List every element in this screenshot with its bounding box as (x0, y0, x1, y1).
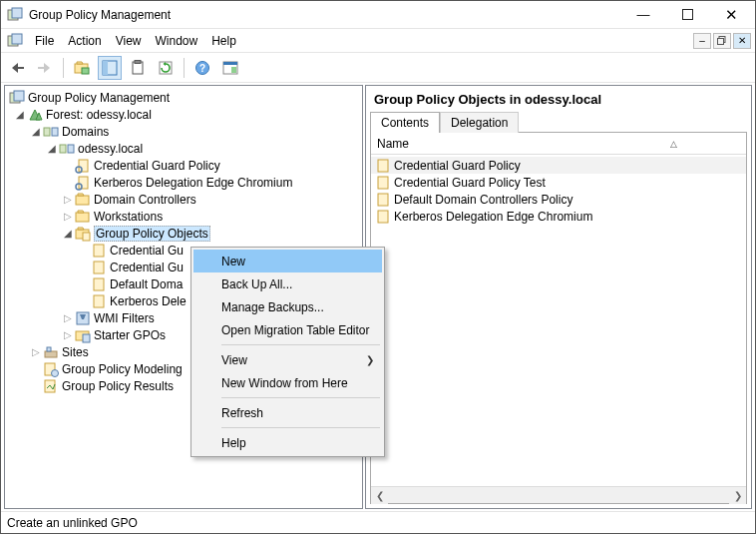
app-icon (7, 7, 23, 23)
mdi-close-button[interactable]: ✕ (733, 33, 751, 49)
nav-forward-button[interactable] (33, 56, 57, 80)
gpo-container-icon (75, 226, 91, 242)
menu-view[interactable]: View (116, 34, 142, 48)
svg-rect-22 (231, 67, 236, 73)
tree-domain[interactable]: ◢ odessy.local (9, 140, 362, 157)
menu-action[interactable]: Action (68, 34, 101, 48)
tree-domains[interactable]: ◢ Domains (9, 123, 362, 140)
svg-rect-44 (94, 278, 104, 290)
twisty-open-icon[interactable]: ◢ (29, 126, 43, 137)
svg-rect-7 (18, 67, 24, 69)
twisty-open-icon[interactable]: ◢ (45, 143, 59, 154)
svg-rect-28 (52, 128, 58, 136)
tree-gpo-container[interactable]: ◢ Group Policy Objects (9, 225, 362, 242)
tool-showhide-tree-button[interactable] (98, 56, 122, 80)
twisty-closed-icon[interactable]: ▷ (61, 211, 75, 222)
tree-label: Kerberos Dele (110, 294, 187, 308)
twisty-open-icon[interactable]: ◢ (61, 228, 75, 239)
tree-label: Starter GPOs (94, 328, 166, 342)
tool-open-button[interactable] (70, 56, 94, 80)
domains-icon (43, 124, 59, 140)
ctx-backup-all[interactable]: Back Up All... (193, 272, 382, 295)
gpo-icon (375, 192, 391, 208)
tree-label: Credential Gu (110, 244, 184, 258)
tree-label: Kerberos Delegation Edge Chromium (94, 176, 292, 190)
twisty-closed-icon[interactable]: ▷ (61, 194, 75, 205)
svg-marker-36 (78, 194, 84, 196)
mdi-minimize-button[interactable]: – (693, 33, 711, 49)
tree-ou-dc[interactable]: ▷ Domain Controllers (9, 191, 362, 208)
svg-rect-43 (94, 262, 104, 273)
svg-rect-1 (12, 8, 22, 18)
detail-pane: Group Policy Objects in odessy.local Con… (365, 85, 752, 509)
gpo-icon (375, 175, 391, 191)
list-item[interactable]: Default Domain Controllers Policy (371, 191, 746, 208)
svg-rect-29 (60, 145, 66, 153)
tree-ou-workstations[interactable]: ▷ Workstations (9, 208, 362, 225)
maximize-button[interactable] (665, 1, 709, 29)
svg-rect-11 (82, 68, 89, 74)
tool-help-button[interactable]: ? (190, 56, 214, 80)
tree-label: odessy.local (78, 142, 143, 156)
ctx-new-window[interactable]: New Window from Here (193, 371, 382, 394)
svg-rect-2 (682, 10, 692, 20)
list-header[interactable]: Name △ (371, 133, 746, 155)
mdi-restore-button[interactable] (713, 33, 731, 49)
scroll-left-button[interactable]: ❮ (371, 487, 388, 504)
horizontal-scrollbar[interactable]: ❮ ❯ (371, 486, 746, 503)
window-title: Group Policy Management (29, 8, 621, 22)
tree-label: Group Policy Objects (94, 226, 210, 242)
list-item[interactable]: Credential Guard Policy (371, 157, 746, 174)
forest-icon (27, 107, 43, 123)
list-item[interactable]: Credential Guard Policy Test (371, 174, 746, 191)
tool-refresh-button[interactable] (154, 56, 178, 80)
tree-forest[interactable]: ◢ Forest: odessy.local (9, 106, 362, 123)
svg-rect-54 (45, 380, 55, 392)
tree-label: Forest: odessy.local (46, 108, 152, 122)
scroll-right-button[interactable]: ❯ (729, 487, 746, 504)
minimize-button[interactable]: — (621, 1, 665, 29)
list-item-label: Credential Guard Policy (394, 159, 521, 173)
tab-contents[interactable]: Contents (370, 112, 440, 133)
svg-rect-31 (79, 160, 88, 172)
ctx-manage-backups[interactable]: Manage Backups... (193, 295, 382, 318)
gpo-icon (91, 276, 107, 292)
tree-label: Group Policy Management (28, 91, 170, 105)
close-button[interactable]: ✕ (709, 1, 753, 29)
menubar: File Action View Window Help (29, 29, 693, 53)
tab-delegation[interactable]: Delegation (440, 112, 519, 133)
ctx-migration-editor[interactable]: Open Migration Table Editor (193, 318, 382, 341)
context-menu: New Back Up All... Manage Backups... Ope… (190, 247, 385, 457)
menu-help[interactable]: Help (211, 34, 236, 48)
results-icon (43, 378, 59, 394)
list-item-label: Default Domain Controllers Policy (394, 193, 572, 207)
ctx-help[interactable]: Help (193, 431, 382, 454)
ctx-view[interactable]: View❯ (193, 348, 382, 371)
ctx-new[interactable]: New (193, 250, 382, 272)
list-item[interactable]: Kerberos Delegation Edge Chromium (371, 208, 746, 225)
chevron-right-icon: ❯ (366, 354, 374, 365)
tool-clipboard-button[interactable] (126, 56, 150, 80)
svg-rect-56 (378, 177, 388, 189)
twisty-closed-icon[interactable]: ▷ (29, 346, 43, 357)
twisty-open-icon[interactable]: ◢ (13, 109, 27, 120)
tree-link-cgp[interactable]: Credential Guard Policy (9, 157, 362, 174)
menu-file[interactable]: File (35, 34, 54, 48)
separator (221, 344, 380, 345)
twisty-closed-icon[interactable]: ▷ (61, 312, 75, 323)
tree-label: WMI Filters (94, 311, 155, 325)
svg-rect-41 (83, 233, 90, 241)
gpo-list: Credential Guard Policy Credential Guard… (371, 155, 746, 486)
twisty-closed-icon[interactable]: ▷ (61, 329, 75, 340)
gpo-icon (91, 293, 107, 309)
gpo-icon (91, 243, 107, 259)
tool-results-button[interactable] (218, 56, 242, 80)
menu-window[interactable]: Window (156, 34, 198, 48)
column-name[interactable]: Name (377, 137, 746, 151)
svg-rect-13 (103, 61, 108, 75)
tree-root[interactable]: Group Policy Management (9, 89, 362, 106)
tree-link-kdec[interactable]: Kerberos Delegation Edge Chromium (9, 174, 362, 191)
gpo-icon (375, 158, 391, 174)
nav-back-button[interactable] (5, 56, 29, 80)
ctx-refresh[interactable]: Refresh (193, 401, 382, 424)
